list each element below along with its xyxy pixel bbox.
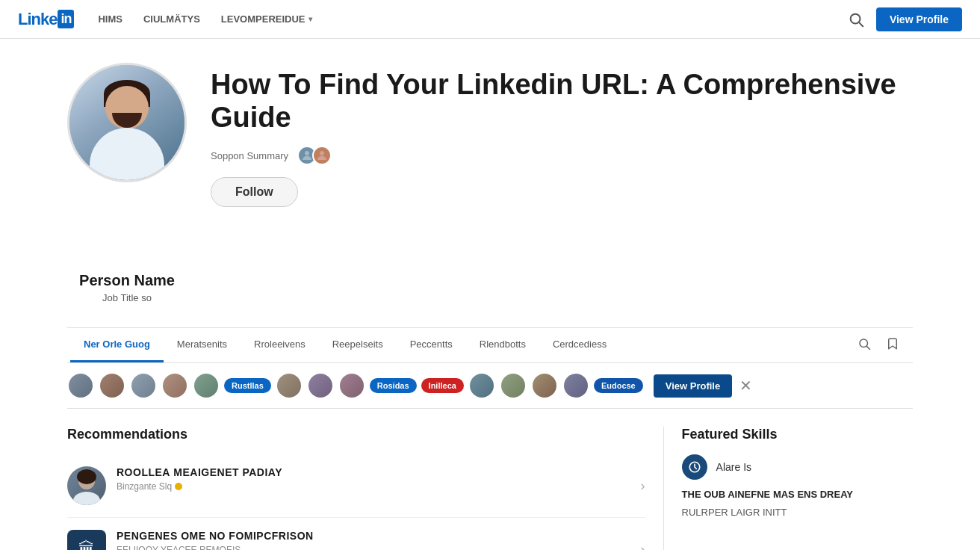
close-strip-button[interactable]: ✕ (736, 374, 755, 398)
people-strip: Rustllas Rosidas Inillecа Eudocse View P… (67, 363, 913, 409)
skill-clock-icon (682, 454, 707, 480)
rec-subtitle-text-1: Binzgante Slq (117, 481, 172, 492)
rec-subtitle-text-2: EELIIOQY YEACEE REMOEIS (117, 545, 241, 550)
people-avatar-11 (531, 372, 558, 399)
rec-name-1: ROOLLEА MEAIGENET PADIAY (117, 466, 630, 478)
search-icon-button[interactable] (848, 11, 864, 28)
rec-name-2: PENGENES OME NO FOMIРCFRISON (117, 530, 630, 542)
svg-point-3 (320, 151, 324, 155)
article-title: How To Find Your Linkedin URL: A Compreh… (211, 69, 913, 134)
people-avatar-5 (193, 372, 220, 399)
nav-links: HIMS CIULMÄTYS LEVOMPEREIDUE ▾ (98, 13, 847, 25)
tab-meratsenits[interactable]: Meratsenits (164, 328, 241, 362)
building-icon: 🏛 (78, 540, 95, 550)
skill-desc-title: THE OUB AINEFNE MAS ENS DREAY (682, 489, 913, 500)
people-avatar-9 (468, 372, 495, 399)
people-avatar-1 (67, 372, 94, 399)
recommendation-item-2[interactable]: 🏛 PENGENES OME NO FOMIРCFRISON EELIIOQY … (67, 518, 645, 550)
rec-chevron-icon-2: › (641, 542, 645, 551)
people-avatar-10 (500, 372, 527, 399)
svg-point-2 (305, 151, 309, 155)
chevron-down-icon: ▾ (308, 15, 312, 23)
tabs-row: Ner Orle Guog Meratsenits Rroleeivens Re… (67, 328, 913, 362)
article-meta: Soppon Summary (211, 146, 913, 165)
header-actions: View Profile (848, 7, 962, 31)
tab-cerdcediess[interactable]: Cerdcediess (539, 328, 620, 362)
tab-reepelseits[interactable]: Reepelseits (319, 328, 397, 362)
rec-subtitle-1: Binzgante Slq (117, 481, 630, 492)
article-info: How To Find Your Linkedin URL: A Compreh… (211, 63, 913, 207)
rec-subtitle-2: EELIIOQY YEACEE REMOEIS (117, 545, 630, 550)
nav-item-ciulmätys[interactable]: CIULMÄTYS (143, 13, 200, 25)
tab-search-icon-button[interactable] (853, 333, 875, 359)
bottom-section: Recommendations ROOLLEА MEAIGENET PADIAY… (67, 409, 913, 550)
people-avatar-6 (276, 372, 303, 399)
avatar-container: Person Name Job Title so (67, 63, 187, 303)
featured-skills-title: Featured Skills (682, 427, 913, 442)
svg-point-8 (77, 469, 96, 484)
svg-point-7 (73, 492, 100, 505)
nav-dropdown-label: LEVOMPEREIDUE (221, 13, 306, 25)
nav-dropdown-levompereidue[interactable]: LEVOMPEREIDUE ▾ (221, 13, 312, 25)
svg-line-1 (859, 22, 863, 26)
rec-chevron-icon-1: › (641, 478, 645, 494)
tab-rroleeivens[interactable]: Rroleeivens (241, 328, 319, 362)
rec-info-1: ROOLLEА MEAIGENET PADIAY Binzgante Slq (117, 466, 630, 492)
skill-name: Alare Is (716, 461, 751, 473)
svg-line-5 (866, 346, 869, 349)
tab-rlendbotts[interactable]: Rlendbotts (466, 328, 539, 362)
avatar-placeholder (69, 65, 184, 180)
skill-desc-sub: RULRPER LAIGR INITT (682, 506, 913, 519)
recommendation-item-1[interactable]: ROOLLEА MEAIGENET PADIAY Binzgante Slq › (67, 454, 645, 518)
article-meta-text: Soppon Summary (211, 150, 288, 161)
person-title: Job Title so (67, 292, 187, 303)
tab-ner-orle-guog[interactable]: Ner Orle Guog (70, 328, 164, 362)
rec-avatar-2: 🏛 (67, 530, 106, 550)
rec-avatar-1 (67, 466, 106, 505)
main-content: Person Name Job Title so How To Find You… (49, 39, 931, 550)
header: Linkein HIMS CIULMÄTYS LEVOMPEREIDUE ▾ V… (0, 0, 980, 39)
people-badge-eudocse: Eudocse (594, 378, 643, 393)
featured-skills-column: Featured Skills Alare Is THE OUB AINEFNE… (663, 427, 913, 550)
tabs-section: Ner Orle Guog Meratsenits Rroleeivens Re… (67, 327, 913, 363)
tab-actions (853, 333, 910, 359)
skill-item-1: Alare Is (682, 454, 913, 480)
meta-avatars (297, 146, 332, 165)
people-view-profile-button[interactable]: View Profile (654, 374, 732, 398)
recommendations-title: Recommendations (67, 427, 645, 442)
meta-avatar-2 (312, 146, 332, 165)
people-badge-rustllas: Rustllas (224, 378, 271, 393)
recommendations-column: Recommendations ROOLLEА MEAIGENET PADIAY… (67, 427, 645, 550)
rec-dot-icon (175, 483, 182, 490)
people-avatar-2 (99, 372, 125, 399)
logo-in: in (58, 10, 74, 28)
people-avatar-7 (307, 372, 334, 399)
people-avatar-4 (161, 372, 188, 399)
avatar (67, 63, 187, 182)
people-avatar-8 (338, 372, 365, 399)
follow-button[interactable]: Follow (211, 177, 298, 207)
people-avatar-12 (562, 372, 589, 399)
tab-peccentts[interactable]: Peccentts (397, 328, 466, 362)
linkedin-logo[interactable]: Linkein (18, 10, 74, 29)
logo-text: Linke (18, 10, 57, 29)
people-badge-inilleca: Inillecа (421, 378, 464, 393)
rec-info-2: PENGENES OME NO FOMIРCFRISON EELIIOQY YE… (117, 530, 630, 550)
people-avatar-3 (130, 372, 157, 399)
person-name: Person Name (67, 272, 187, 289)
people-badge-rosidas: Rosidas (370, 378, 417, 393)
profile-header: Person Name Job Title so How To Find You… (67, 63, 913, 303)
person-body-icon (90, 128, 164, 180)
view-profile-button[interactable]: View Profile (876, 7, 962, 31)
tab-bookmark-icon-button[interactable] (881, 333, 904, 359)
nav-item-hims[interactable]: HIMS (98, 13, 122, 25)
